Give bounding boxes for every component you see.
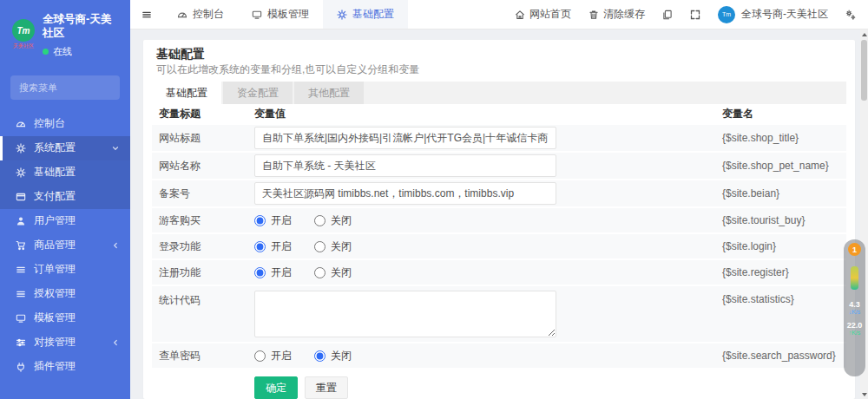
config-tabs: 基础配置 资金配置 其他配置 xyxy=(152,82,846,104)
user-avatar: Tm xyxy=(718,6,735,23)
list-icon xyxy=(16,289,26,299)
network-speed-widget[interactable]: 1 4.3 ↓K/s 22.0 ↑K/s xyxy=(844,239,865,376)
download-speed-value: 4.3 xyxy=(849,300,860,309)
menu-search[interactable] xyxy=(10,75,120,100)
site-name-input[interactable] xyxy=(254,154,556,177)
upload-speed-value: 22.0 xyxy=(847,321,863,330)
table-row: 登录功能 开启 关闭 {$site.login} xyxy=(152,234,846,260)
radio-on[interactable]: 开启 xyxy=(254,239,292,254)
tab-other-config[interactable]: 其他配置 xyxy=(294,82,364,104)
topbar-tab-label: 基础配置 xyxy=(352,7,394,22)
sidebar-item-label: 基础配置 xyxy=(34,165,76,180)
site-title-input[interactable] xyxy=(254,127,556,149)
sidebar-item-plugin-management[interactable]: 插件管理 xyxy=(0,355,130,379)
sidebar-item-label: 对接管理 xyxy=(34,335,76,350)
var-name: {$site.statistics} xyxy=(722,291,839,305)
settings-cogs-icon[interactable] xyxy=(845,10,856,20)
variables-table: 变量标题 变量值 变量名 网站标题 {$site.shop_title} 网站名… xyxy=(152,104,846,399)
main-content: 基础配置 可以在此增改系统的变量和分组,也可以自定义分组和变量 基础配置 资金配… xyxy=(130,29,868,399)
radio-off[interactable]: 关闭 xyxy=(314,349,352,363)
var-name: {$site.tourist_buy} xyxy=(722,214,839,226)
reset-button[interactable]: 重置 xyxy=(305,376,348,399)
online-dot xyxy=(43,49,49,55)
tv-icon xyxy=(16,313,26,324)
logo-caption: 天美社区 xyxy=(13,43,34,50)
radio-off[interactable]: 关闭 xyxy=(314,213,352,228)
scroll-up-arrow[interactable] xyxy=(860,30,868,38)
col-header-label: 变量标题 xyxy=(159,107,254,121)
sidebar-item-payment-config[interactable]: 支付配置 xyxy=(0,185,130,209)
clear-cache-link[interactable]: 清除缓存 xyxy=(589,7,645,22)
tab-fund-config[interactable]: 资金配置 xyxy=(223,82,293,104)
sidebar-item-user-management[interactable]: 用户管理 xyxy=(0,209,130,233)
fullscreen-icon[interactable] xyxy=(690,10,700,20)
table-header-row: 变量标题 变量值 变量名 xyxy=(152,104,846,125)
sidebar-item-integration-management[interactable]: 对接管理 xyxy=(0,330,130,355)
topbar-tab-basic-config[interactable]: 基础配置 xyxy=(323,0,408,29)
sidebar-item-label: 授权管理 xyxy=(34,286,76,301)
sidebar-item-basic-config[interactable]: 基础配置 xyxy=(0,160,130,185)
sliders-icon xyxy=(16,337,26,348)
topbar-tab-label: 模板管理 xyxy=(267,7,309,22)
dashboard-icon xyxy=(16,119,26,129)
radio-on[interactable]: 开启 xyxy=(254,265,292,280)
search-input[interactable] xyxy=(19,82,142,93)
logo: Tm 天美社区 xyxy=(12,19,35,50)
brand: Tm 天美社区 全球号商-天美社区 在线 xyxy=(0,0,130,67)
user-menu[interactable]: Tm 全球号商-天美社区 xyxy=(718,6,828,23)
copy-file-icon[interactable] xyxy=(662,10,673,20)
gear-icon xyxy=(16,143,26,154)
plug-icon xyxy=(16,362,26,372)
notification-badge[interactable]: 1 xyxy=(848,243,861,256)
site-home-link[interactable]: 网站首页 xyxy=(515,7,571,22)
table-row: 查单密码 开启 关闭 {$site.search_password} xyxy=(152,343,846,370)
table-row: 网站标题 {$site.shop_title} xyxy=(152,125,846,153)
gear-icon xyxy=(337,10,347,20)
scroll-down-arrow[interactable] xyxy=(860,390,868,398)
radio-on[interactable]: 开启 xyxy=(254,349,292,363)
config-card: 基础配置 可以在此增改系统的变量和分组,也可以自定义分组和变量 基础配置 资金配… xyxy=(143,40,855,399)
tab-basic-config[interactable]: 基础配置 xyxy=(152,82,221,104)
hamburger-menu-icon[interactable] xyxy=(130,0,163,29)
sidebar-item-label: 商品管理 xyxy=(34,238,76,252)
sidebar-item-license-management[interactable]: 授权管理 xyxy=(0,282,130,306)
login-radio-group: 开启 关闭 xyxy=(254,239,352,254)
var-name: {$site.shop_pet_name} xyxy=(722,160,839,172)
scrollbar-thumb[interactable] xyxy=(861,40,867,101)
statistics-code-textarea[interactable] xyxy=(254,291,556,337)
radio-off[interactable]: 关闭 xyxy=(314,239,352,254)
chevron-left-icon xyxy=(111,338,120,347)
sidebar-item-label: 系统配置 xyxy=(34,141,76,155)
gear-icon xyxy=(16,167,26,178)
chevron-down-icon xyxy=(111,144,120,153)
sidebar-item-template-management[interactable]: 模板管理 xyxy=(0,306,130,330)
topbar-tab-dashboard[interactable]: 控制台 xyxy=(163,0,238,29)
radio-on[interactable]: 开启 xyxy=(254,213,292,228)
topbar-tab-label: 控制台 xyxy=(193,7,224,22)
cart-icon xyxy=(16,240,26,251)
user-icon xyxy=(16,216,26,226)
radio-off[interactable]: 关闭 xyxy=(314,265,352,280)
var-name: {$site.shop_title} xyxy=(722,132,839,144)
table-row: 备案号 {$site.beian} xyxy=(152,180,846,208)
home-icon xyxy=(515,10,525,20)
table-row: 统计代码 {$site.statistics} xyxy=(152,286,846,343)
sidebar-item-product-management[interactable]: 商品管理 xyxy=(0,233,130,258)
var-name: {$site.register} xyxy=(722,266,839,278)
icp-number-input[interactable] xyxy=(254,182,556,205)
sidebar-item-system-config[interactable]: 系统配置 xyxy=(0,136,130,160)
col-header-varname: 变量名 xyxy=(722,107,839,121)
var-name: {$site.login} xyxy=(722,240,839,252)
logo-avatar: Tm xyxy=(12,19,35,42)
table-button-row: 确定 重置 xyxy=(152,370,846,399)
sidebar-item-label: 控制台 xyxy=(34,116,65,131)
topbar: 控制台 模板管理 基础配置 网站首页 清除缓存 Tm 全球号商-天美社区 xyxy=(130,0,868,29)
confirm-button[interactable]: 确定 xyxy=(254,376,298,399)
speed-gauge-bar xyxy=(851,266,858,290)
table-row: 网站名称 {$site.shop_pet_name} xyxy=(152,153,846,180)
sidebar-item-order-management[interactable]: 订单管理 xyxy=(0,258,130,282)
sidebar-item-dashboard[interactable]: 控制台 xyxy=(0,112,130,136)
sidebar-item-label: 模板管理 xyxy=(34,311,76,325)
site-title: 全球号商-天美社区 xyxy=(43,12,120,41)
topbar-tab-template[interactable]: 模板管理 xyxy=(238,0,323,29)
